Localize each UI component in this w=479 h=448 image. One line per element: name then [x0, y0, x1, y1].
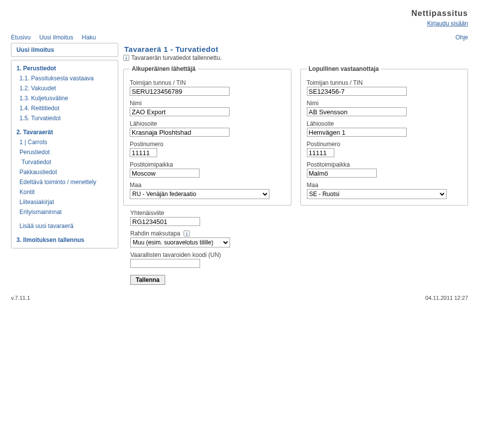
login-link[interactable]: Kirjaudu sisään — [427, 20, 468, 27]
recipient-tin-label: Toimijan tunnus / TIN — [307, 79, 462, 86]
nav-ohje[interactable]: Ohje — [456, 34, 468, 41]
recipient-group: Lopullinen vastaanottaja Toimijan tunnus… — [300, 65, 469, 206]
recipient-postitoimipaikka-label: Postitoimipaikka — [307, 161, 462, 168]
sidebar-reittitiedot[interactable]: 1.4. Reittitiedot — [16, 103, 113, 113]
rahdin-label: Rahdin maksutapa — [130, 230, 180, 237]
sidebar-turvatiedot2[interactable]: Turvatiedot — [16, 157, 113, 167]
sender-group: Alkuperäinen lähettäjä Toimijan tunnus /… — [123, 65, 291, 206]
nav-uusi-ilmoitus[interactable]: Uusi ilmoitus — [39, 34, 73, 41]
sidebar-vakuudet[interactable]: 1.2. Vakuudet — [16, 83, 113, 93]
recipient-postinumero-input[interactable] — [307, 148, 334, 157]
recipient-lahiosoite-label: Lähiosoite — [307, 120, 462, 127]
recipient-tin-input[interactable] — [307, 87, 407, 96]
yhtenaisviite-label: Yhtenäisviite — [130, 210, 468, 217]
sender-nimi-input[interactable] — [130, 107, 230, 116]
sender-postitoimipaikka-input[interactable] — [130, 169, 200, 178]
sidebar: Uusi ilmoitus 1. Perustiedot 1.1. Passit… — [11, 43, 118, 251]
sidebar-tallennus-heading[interactable]: 3. Ilmoituksen tallennus — [16, 235, 113, 245]
save-button[interactable]: Tallenna — [130, 275, 165, 285]
sender-tin-label: Toimijan tunnus / TIN — [130, 79, 285, 86]
info-icon: i — [123, 55, 129, 61]
sender-postitoimipaikka-label: Postitoimipaikka — [130, 161, 285, 168]
sidebar-pakkaustiedot[interactable]: Pakkaustiedot — [16, 167, 113, 177]
recipient-nimi-label: Nimi — [307, 100, 462, 107]
sidebar-turvatiedot[interactable]: 1.5. Turvatiedot — [16, 113, 113, 123]
sidebar-edeltava[interactable]: Edeltävä toiminto / menettely — [16, 177, 113, 187]
recipient-maa-select[interactable]: SE - Ruotsi — [307, 189, 447, 199]
vaarallisten-input[interactable] — [130, 259, 200, 268]
extra-fields: Yhtenäisviite Rahdin maksutapa i Muu (es… — [130, 210, 468, 268]
yhtenaisviite-input[interactable] — [130, 217, 200, 226]
recipient-postinumero-label: Postinumero — [307, 141, 462, 148]
sidebar-title: Uusi ilmoitus — [16, 46, 54, 53]
main-content: Tavaraerä 1 - Turvatiedot i Tavaraerän t… — [123, 43, 468, 285]
sidebar-passituksesta[interactable]: 1.1. Passituksesta vastaava — [16, 73, 113, 83]
sender-postinumero-input[interactable] — [130, 148, 157, 157]
recipient-legend: Lopullinen vastaanottaja — [307, 65, 381, 72]
sender-maa-select[interactable]: RU - Venäjän federaatio — [130, 189, 269, 199]
sender-nimi-label: Nimi — [130, 100, 285, 107]
sender-tin-input[interactable] — [130, 87, 230, 96]
recipient-maa-label: Maa — [307, 182, 462, 189]
rahdin-select[interactable]: Muu (esim. suoravelotus tilille) — [130, 237, 230, 247]
version-label: v.7.11.1 — [11, 295, 30, 301]
nav-etusivu[interactable]: Etusivu — [11, 34, 30, 41]
sidebar-carrots[interactable]: 1 | Carrots — [16, 137, 113, 147]
page-title: Tavaraerä 1 - Turvatiedot — [124, 45, 468, 53]
info-icon[interactable]: i — [184, 230, 190, 236]
recipient-lahiosoite-input[interactable] — [307, 128, 407, 137]
sidebar-lisaa-tavaraera[interactable]: Lisää uusi tavaraerä — [16, 221, 113, 231]
sidebar-tavaraerat-heading[interactable]: 2. Tavaraerät — [16, 127, 113, 137]
nav-haku[interactable]: Haku — [82, 34, 96, 41]
sidebar-kuljetusvaline[interactable]: 1.3. Kuljetusväline — [16, 93, 113, 103]
rahdin-label-row: Rahdin maksutapa i — [130, 230, 468, 237]
timestamp-label: 04.11.2011 12:27 — [425, 295, 468, 301]
sidebar-liiteasiakirjat[interactable]: Liiteasiakirjat — [16, 197, 113, 207]
sidebar-kontit[interactable]: Kontit — [16, 187, 113, 197]
vaarallisten-label: Vaarallisten tavaroiden koodi (UN) — [130, 251, 468, 258]
sender-legend: Alkuperäinen lähettäjä — [130, 65, 198, 72]
info-message-row: i Tavaraerän turvatiedot tallennettu. — [123, 54, 468, 61]
sidebar-perustiedot2[interactable]: Perustiedot — [16, 147, 113, 157]
info-message: Tavaraerän turvatiedot tallennettu. — [131, 54, 222, 61]
sidebar-perustiedot-heading[interactable]: 1. Perustiedot — [16, 63, 113, 73]
sender-postinumero-label: Postinumero — [130, 141, 285, 148]
top-nav: Etusivu Uusi ilmoitus Haku — [11, 34, 103, 41]
sender-lahiosoite-input[interactable] — [130, 128, 230, 137]
recipient-postitoimipaikka-input[interactable] — [307, 169, 377, 178]
sidebar-erityis[interactable]: Erityismaininnat — [16, 207, 113, 217]
sender-lahiosoite-label: Lähiosoite — [130, 120, 285, 127]
footer: v.7.11.1 04.11.2011 12:27 — [0, 290, 479, 308]
sender-maa-label: Maa — [130, 182, 285, 189]
app-title: Nettipassitus — [412, 9, 468, 17]
recipient-nimi-input[interactable] — [307, 107, 407, 116]
